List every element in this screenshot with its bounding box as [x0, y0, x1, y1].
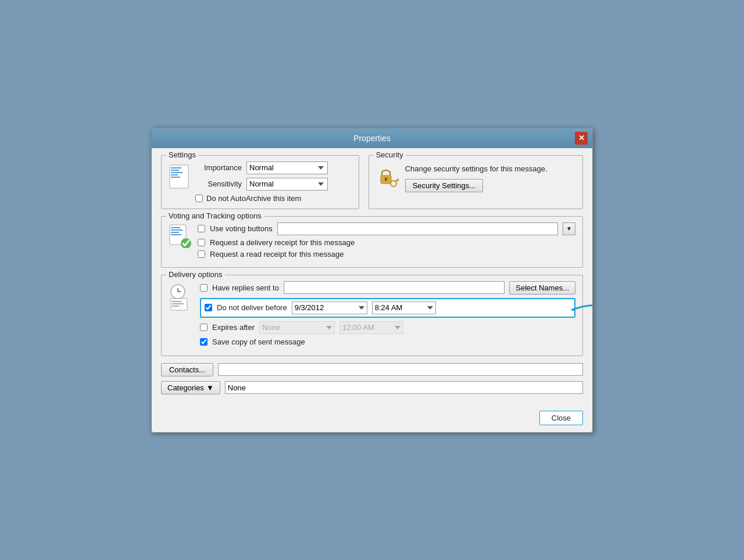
svg-rect-1 — [171, 167, 181, 168]
voting-dropdown-button[interactable]: ▼ — [563, 222, 575, 235]
properties-dialog: Properties ✕ Settings — [151, 128, 593, 433]
expires-after-checkbox[interactable] — [200, 324, 208, 331]
expires-after-row: Expires after None 12:00 AM — [200, 321, 575, 334]
settings-icon — [169, 164, 189, 187]
delivery-receipt-checkbox[interactable] — [198, 239, 205, 246]
read-receipt-label: Request a read receipt for this message — [210, 250, 344, 259]
close-dialog-button[interactable]: Close — [539, 411, 583, 425]
settings-group: Settings — [161, 155, 359, 209]
voting-fields: Use voting buttons ▼ Request a delivery … — [198, 222, 575, 261]
settings-legend: Settings — [166, 150, 198, 159]
svg-line-11 — [397, 180, 398, 181]
delivery-receipt-label: Request a delivery receipt for this mess… — [210, 238, 355, 247]
sensitivity-label: Sensitivity — [195, 180, 242, 188]
svg-rect-25 — [172, 306, 179, 307]
delivery-icon — [169, 283, 194, 311]
do-not-deliver-checkbox[interactable] — [205, 304, 212, 311]
security-legend: Security — [374, 150, 406, 159]
contacts-row: Contacts... — [161, 363, 583, 376]
svg-rect-8 — [385, 179, 387, 181]
voting-group: Voting and Tracking options — [161, 216, 583, 268]
autoarchive-checkbox[interactable] — [195, 195, 203, 202]
save-copy-label: Save copy of sent message — [212, 338, 305, 346]
settings-fields: Importance Normal Low High Sensitivity N… — [195, 161, 352, 203]
use-voting-label: Use voting buttons — [210, 224, 273, 233]
do-not-deliver-time-select[interactable]: 8:24 AM — [372, 301, 436, 314]
dialog-title: Properties — [169, 134, 575, 143]
svg-rect-15 — [171, 229, 183, 231]
svg-rect-16 — [171, 232, 179, 233]
save-copy-row: Save copy of sent message — [200, 338, 575, 346]
security-description: Change security settings for this messag… — [405, 164, 575, 174]
do-not-deliver-date-select[interactable]: 9/3/2012 — [292, 301, 367, 314]
have-replies-input[interactable] — [284, 281, 505, 294]
have-replies-label: Have replies sent to — [212, 283, 279, 292]
svg-rect-5 — [171, 177, 180, 178]
security-group: Security — [369, 155, 583, 209]
expires-date-select[interactable]: None — [259, 321, 335, 334]
have-replies-checkbox[interactable] — [200, 284, 208, 292]
delivery-legend: Delivery options — [166, 270, 225, 279]
have-replies-row: Have replies sent to Select Names... — [200, 281, 575, 295]
do-not-deliver-label: Do not deliver before — [217, 303, 287, 312]
importance-label: Importance — [195, 163, 242, 172]
voting-icon — [169, 224, 192, 247]
importance-select[interactable]: Normal Low High — [246, 161, 328, 174]
use-voting-checkbox[interactable] — [198, 225, 205, 232]
read-receipt-checkbox[interactable] — [198, 250, 205, 258]
contacts-button[interactable]: Contacts... — [161, 363, 213, 376]
categories-dropdown-icon: ▼ — [206, 383, 214, 392]
expires-after-label: Expires after — [212, 323, 255, 332]
delivery-group: Delivery options — [161, 275, 583, 356]
categories-button[interactable]: Categories ▼ — [161, 381, 220, 394]
security-icon — [376, 166, 399, 189]
svg-rect-17 — [171, 234, 181, 235]
contacts-input[interactable] — [218, 363, 583, 376]
autoarchive-label: Do not AutoArchive this item — [206, 194, 301, 203]
svg-rect-3 — [171, 172, 183, 173]
categories-row: Categories ▼ — [161, 381, 583, 394]
voting-buttons-input[interactable] — [277, 222, 558, 235]
select-names-button[interactable]: Select Names... — [509, 281, 575, 295]
svg-rect-23 — [172, 301, 181, 302]
security-settings-button[interactable]: Security Settings... — [405, 179, 483, 192]
sensitivity-select[interactable]: Normal Personal Private Confidential — [246, 178, 328, 191]
save-copy-checkbox[interactable] — [200, 338, 208, 346]
do-not-deliver-row: Do not deliver before 9/3/2012 8:24 AM — [200, 298, 575, 318]
svg-rect-24 — [172, 303, 184, 304]
svg-rect-14 — [171, 227, 180, 228]
title-bar: Properties ✕ — [152, 128, 592, 148]
voting-legend: Voting and Tracking options — [166, 211, 264, 220]
categories-input[interactable] — [225, 381, 583, 394]
title-bar-close-button[interactable]: ✕ — [575, 132, 588, 145]
svg-line-12 — [398, 180, 399, 181]
categories-label: Categories — [167, 383, 204, 392]
dialog-footer: Close — [152, 406, 592, 432]
expires-time-select[interactable]: 12:00 AM — [339, 321, 403, 334]
svg-rect-4 — [171, 174, 178, 175]
svg-rect-2 — [171, 170, 179, 171]
